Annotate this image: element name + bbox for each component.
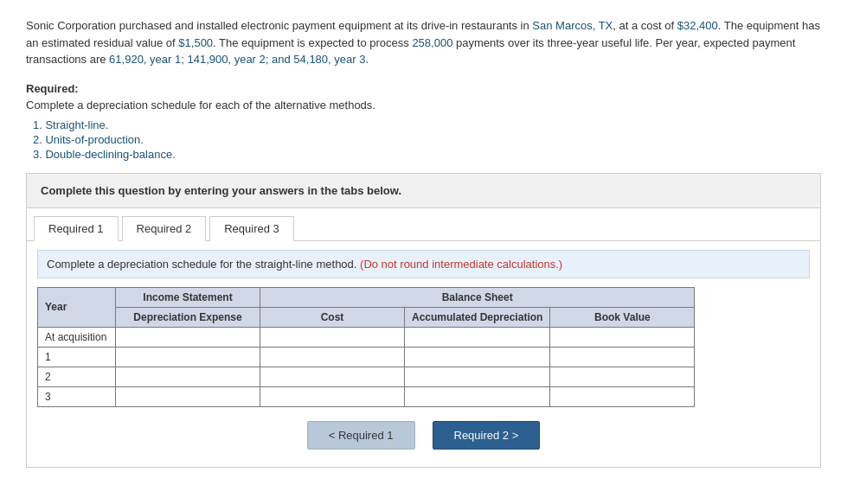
cell-acc-dep-1[interactable] — [405, 347, 550, 367]
required-label: Required: — [26, 82, 821, 95]
input-acc-dep-1[interactable] — [405, 348, 549, 367]
input-book-value-1[interactable] — [550, 348, 694, 367]
input-acc-dep-0[interactable] — [405, 328, 549, 347]
row-year-2: 2 — [38, 367, 116, 386]
th-dep-expense: Depreciation Expense — [116, 307, 260, 327]
tab-desc-text: Complete a depreciation schedule for the… — [47, 258, 356, 271]
input-cost-1[interactable] — [260, 348, 404, 367]
depreciation-table: Year Income Statement Balance Sheet Depr… — [37, 287, 695, 407]
prev-button[interactable]: < Required 1 — [307, 421, 415, 450]
cell-book-value-1[interactable] — [550, 347, 695, 367]
th-balance-sheet: Balance Sheet — [260, 287, 695, 307]
row-year-acquisition: At acquisition — [38, 327, 116, 347]
tab-description: Complete a depreciation schedule for the… — [37, 250, 810, 278]
cell-acc-dep-2[interactable] — [405, 367, 550, 386]
table-row-year-2: 2 — [38, 367, 695, 386]
input-cost-0[interactable] — [260, 328, 404, 347]
nav-buttons: < Required 1 Required 2 > — [37, 421, 810, 458]
input-acc-dep-3[interactable] — [405, 387, 549, 406]
cell-cost-0[interactable] — [260, 327, 405, 347]
required-section: Required: Complete a depreciation schedu… — [26, 82, 821, 161]
input-book-value-0[interactable] — [550, 328, 694, 347]
tab-required-3[interactable]: Required 3 — [209, 216, 294, 241]
cell-acc-dep-3[interactable] — [405, 386, 550, 406]
tab-content-required-1: Complete a depreciation schedule for the… — [27, 241, 820, 467]
th-cost: Cost — [260, 307, 405, 327]
tabs-row: Required 1 Required 2 Required 3 — [27, 208, 820, 241]
th-income-statement: Income Statement — [116, 287, 260, 307]
input-dep-expense-1[interactable] — [116, 348, 260, 367]
cell-dep-expense-0[interactable] — [116, 327, 260, 347]
tab-required-2[interactable]: Required 2 — [122, 216, 207, 241]
cell-book-value-2[interactable] — [550, 367, 695, 386]
input-book-value-2[interactable] — [550, 367, 694, 386]
intro-paragraph: Sonic Corporation purchased and installe… — [26, 17, 821, 68]
table-row-acquisition: At acquisition — [38, 327, 695, 347]
input-cost-3[interactable] — [260, 387, 404, 406]
input-dep-expense-3[interactable] — [116, 387, 260, 406]
cell-dep-expense-3[interactable] — [116, 386, 260, 406]
instruction-box: Complete this question by entering your … — [26, 173, 821, 208]
cell-cost-1[interactable] — [260, 347, 405, 367]
input-book-value-3[interactable] — [550, 387, 694, 406]
no-round-note: (Do not round intermediate calculations.… — [360, 258, 562, 271]
next-button[interactable]: Required 2 > — [433, 421, 541, 450]
input-dep-expense-2[interactable] — [116, 367, 260, 386]
tabs-container: Required 1 Required 2 Required 3 Complet… — [26, 208, 821, 468]
th-year: Year — [38, 287, 116, 327]
table-row-year-3: 3 — [38, 386, 695, 406]
th-book-value: Book Value — [550, 307, 695, 327]
method-item-1: 1. Straight-line. — [33, 118, 821, 131]
method-item-2: 2. Units-of-production. — [33, 133, 821, 146]
tab-required-1[interactable]: Required 1 — [34, 216, 119, 241]
cell-acc-dep-0[interactable] — [405, 327, 550, 347]
row-year-3: 3 — [38, 386, 116, 406]
cell-dep-expense-2[interactable] — [116, 367, 260, 386]
cell-book-value-3[interactable] — [550, 386, 695, 406]
table-row-year-1: 1 — [38, 347, 695, 367]
input-cost-2[interactable] — [260, 367, 404, 386]
row-year-1: 1 — [38, 347, 116, 367]
cell-book-value-0[interactable] — [550, 327, 695, 347]
input-dep-expense-0[interactable] — [116, 328, 260, 347]
required-desc: Complete a depreciation schedule for eac… — [26, 99, 821, 112]
input-acc-dep-2[interactable] — [405, 367, 549, 386]
th-acc-dep: Accumulated Depreciation — [405, 307, 550, 327]
method-item-3: 3. Double-declining-balance. — [33, 148, 821, 161]
cell-cost-2[interactable] — [260, 367, 405, 386]
cell-cost-3[interactable] — [260, 386, 405, 406]
cell-dep-expense-1[interactable] — [116, 347, 260, 367]
method-list: 1. Straight-line. 2. Units-of-production… — [26, 118, 821, 161]
